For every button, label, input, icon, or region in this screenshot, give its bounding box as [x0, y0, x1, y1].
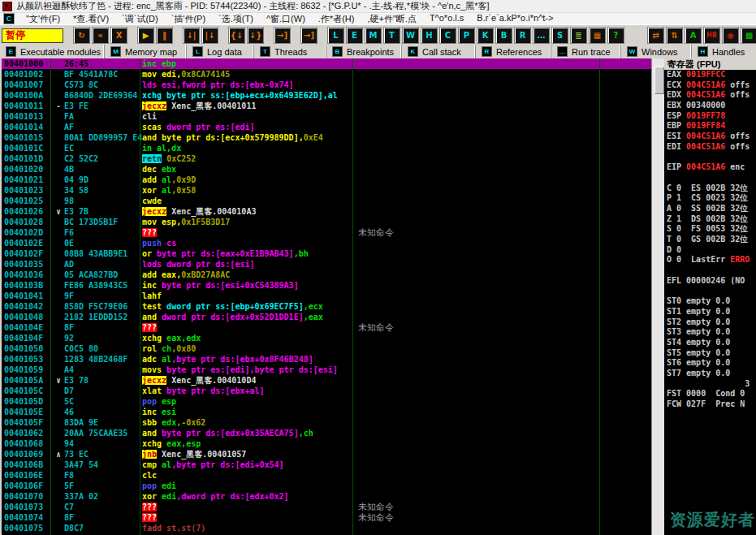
disasm-row[interactable]: 0040101580A1 DD899957 E4and byte ptr ds:… [2, 132, 651, 143]
disasm-row[interactable]: 0040105F83DA 9Esbb edx,-0x62 [2, 417, 651, 428]
register-line[interactable]: O 0 LastErr ERRO [664, 255, 756, 265]
disasm-row[interactable]: 0040100A86840D 2DE69364xchg byte ptr ss:… [2, 90, 651, 101]
window-button-r[interactable]: R [514, 27, 531, 44]
disasm-row[interactable]: 0040102F08B8 43ABB9E1or byte ptr ds:[eax… [2, 248, 651, 259]
disasm-row[interactable]: 0040100026:45inc ebp [2, 58, 651, 69]
register-line[interactable]: ST2 empty 0.0 [664, 317, 756, 328]
disasm-row[interactable]: 00401013FAcli [2, 111, 651, 122]
register-line[interactable]: EDX 004C51A6 offs [664, 90, 756, 101]
tab-breakpoints[interactable]: BBreakpoints [326, 45, 402, 58]
window-button-w[interactable]: W [402, 27, 419, 44]
tab-windows[interactable]: WWindows [621, 45, 692, 58]
menu-item[interactable]: B.r`e`a.kP*o.i*n^t-> [470, 13, 559, 25]
menu-item[interactable]: `调`试(D) [115, 13, 165, 25]
column-separator[interactable] [140, 58, 140, 535]
register-line[interactable]: EAX 0019FFCC [664, 70, 756, 80]
window-menu-icon[interactable]: C [3, 13, 15, 24]
register-line[interactable] [664, 286, 756, 296]
register-line[interactable]: C 0 ES 002B 32位 [664, 183, 756, 194]
menu-item[interactable]: `选.项(T) [212, 13, 260, 25]
vertical-scrollbar[interactable] [651, 58, 664, 535]
register-line[interactable]: EDI 004C51A6 offs [664, 142, 756, 153]
sort-button[interactable]: ⇅ [666, 27, 683, 44]
register-line[interactable]: ST1 empty 0.0 [664, 307, 756, 317]
window-button-m[interactable]: M [365, 27, 382, 44]
menu-item[interactable]: ,硬+件"断.点 [361, 13, 422, 25]
log-options-button[interactable]: ≣ [570, 27, 587, 44]
column-separator[interactable] [50, 58, 51, 535]
disasm-row[interactable]: 0040105D5Cpop esp [2, 396, 651, 407]
disasm-row[interactable]: 004010482182 1EDDD152and dword ptr ds:[e… [2, 312, 651, 322]
register-line[interactable]: ST6 empty 0.0 [664, 358, 756, 369]
step-into-button[interactable]: ↓| [183, 27, 200, 44]
disasm-row[interactable]: 0040104F92xchg eax,edx [2, 333, 651, 343]
register-line[interactable]: EBP 0019FF84 [664, 121, 756, 132]
register-line[interactable]: EBX 00340000 [664, 101, 756, 111]
register-line[interactable]: P 1 CS 0023 32位 [664, 193, 756, 204]
disasm-row[interactable]: 0040102E0Epush cs [2, 238, 651, 248]
disasm-row[interactable]: 004010748F???未知命令 [2, 512, 651, 523]
disasm-row[interactable]: 0040102DF6???未知命令 [2, 227, 651, 238]
register-line[interactable]: ST5 empty 0.0 [664, 348, 756, 359]
registers-caption[interactable]: 寄存器 (FPU) [664, 58, 756, 70]
tab-executable-modules[interactable]: EExecutable modules [0, 45, 105, 58]
tab-call-stack[interactable]: KCall stack [402, 45, 476, 58]
register-line[interactable]: ESI 004C51A6 offs [664, 132, 756, 142]
register-line[interactable] [664, 265, 756, 276]
disasm-row[interactable]: 0040103BFE86 A38943C5inc byte ptr ds:[es… [2, 280, 651, 291]
register-line[interactable]: Z 1 DS 002B 32位 [664, 214, 756, 225]
menu-item[interactable]: T^o*o.l.s [423, 13, 470, 25]
window-button-s[interactable]: S [551, 27, 568, 44]
register-line[interactable]: ECX 004C51A6 offs [664, 80, 756, 91]
column-separator[interactable] [352, 58, 353, 535]
help-button[interactable]: ? [607, 27, 624, 44]
tab-threads[interactable]: TThreads [254, 45, 326, 58]
register-line[interactable] [664, 173, 756, 183]
register-line[interactable]: S 0 FS 0053 32位 [664, 224, 756, 235]
disasm-row[interactable]: 00401011-E3 FEjecxz Xenc_黑客.00401011 [2, 101, 651, 111]
disasm-row[interactable]: 00401028BC 173D5B1Fmov esp,0x1F5B3D17 [2, 217, 651, 227]
disasm-row[interactable]: 004010419Flahf [2, 291, 651, 301]
register-line[interactable]: FST 0000 Cond 0 [664, 389, 756, 399]
tab-handles[interactable]: HHandles [692, 45, 756, 58]
menu-item[interactable]: ^窗.口(W) [260, 13, 312, 25]
disasm-row[interactable]: 0040101CECin al,dx [2, 143, 651, 153]
disasm-row[interactable]: 00401073C7???未知命令 [2, 502, 651, 512]
window-button-t[interactable]: T [383, 27, 400, 44]
disasm-row[interactable]: 0040105A∨E3 78jecxz Xenc_黑客.004010D4 [2, 375, 651, 386]
go-to-address-button[interactable]: →] [300, 27, 318, 44]
run-button[interactable]: ▶ [137, 27, 154, 44]
menu-item[interactable]: "文'件(F) [19, 13, 67, 25]
record-button[interactable]: ◉ [722, 27, 739, 44]
disasm-row[interactable]: 00401007C573 8Clds esi,fword ptr ds:[ebx… [2, 80, 651, 90]
window-button-p[interactable]: P [458, 27, 475, 44]
step-back-button[interactable]: « [92, 27, 109, 44]
disasm-row[interactable]: 0040104E8F???未知命令 [2, 322, 651, 333]
menu-item[interactable]: .作*者(H) [312, 13, 361, 25]
disasm-row[interactable]: 0040106894xchg eax,esp [2, 438, 651, 449]
close-process-button[interactable]: X [110, 27, 127, 44]
appearance-button[interactable]: ▦ [589, 27, 606, 44]
disasm-row[interactable]: 00401035ADlods dword ptr ds:[esi] [2, 259, 651, 270]
register-line[interactable]: EFL 00000246 (NO [664, 276, 756, 287]
window-button-l[interactable]: L [327, 27, 344, 44]
disasm-row[interactable]: 00401070337A 02xor edi,dword ptr ds:[edx… [2, 491, 651, 502]
execute-till-return-button[interactable]: →] [274, 27, 291, 44]
disasm-row[interactable]: 0040101DC2 52C2retn 0xC252 [2, 153, 651, 164]
disasm-row[interactable]: 0040102334 58xor al,0x58 [2, 185, 651, 196]
column-separator[interactable] [599, 58, 600, 535]
disasm-row[interactable]: 00401075D8C7fadd st,st(7) [2, 523, 651, 533]
trace-into-button[interactable]: {↓ [228, 27, 245, 44]
menu-item[interactable]: `插'件(P) [165, 13, 212, 25]
register-line[interactable]: FCW 027F Prec N [664, 399, 756, 410]
disasm-row[interactable]: 00401026∨E3 7Bjecxz Xenc_黑客.004010A3 [2, 206, 651, 217]
register-line[interactable]: ESP 0019FF78 [664, 111, 756, 122]
disasm-row[interactable]: 0040106220AA 75CAAE35and byte ptr ds:[ed… [2, 428, 651, 438]
register-line[interactable]: EIP 004C51A6 enc [664, 162, 756, 173]
register-line[interactable]: ST3 empty 0.0 [664, 327, 756, 338]
window-button-b[interactable]: B [495, 27, 512, 44]
pause-button[interactable]: ‖ [156, 27, 173, 44]
disasm-row[interactable]: 00401069∧73 ECjnb Xenc_黑客.00401057 [2, 449, 651, 459]
tab-run-trace[interactable]: …Run trace [551, 45, 621, 58]
disasm-row[interactable]: 00401002BF 4541A78Cmov edi,0x8CA74145 [2, 69, 651, 80]
